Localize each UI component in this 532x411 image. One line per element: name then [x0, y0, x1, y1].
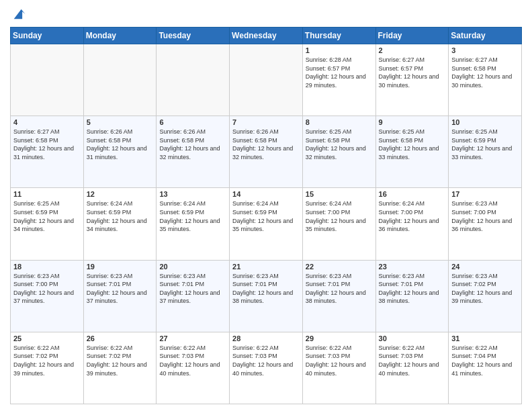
calendar-header-friday: Friday: [375, 28, 449, 44]
calendar-cell: 14Sunrise: 6:24 AM Sunset: 6:59 PM Dayli…: [230, 188, 303, 260]
day-info: Sunrise: 6:22 AM Sunset: 7:03 PM Dayligh…: [379, 344, 446, 377]
day-info: Sunrise: 6:23 AM Sunset: 7:00 PM Dayligh…: [451, 199, 519, 233]
day-info: Sunrise: 6:25 AM Sunset: 6:58 PM Dayligh…: [306, 128, 373, 161]
day-info: Sunrise: 6:27 AM Sunset: 6:57 PM Dayligh…: [379, 56, 446, 89]
day-number: 2: [379, 46, 446, 54]
calendar-cell: 7Sunrise: 6:26 AM Sunset: 6:58 PM Daylig…: [230, 116, 303, 188]
day-number: 1: [306, 46, 373, 54]
calendar-cell: 17Sunrise: 6:23 AM Sunset: 7:00 PM Dayli…: [449, 188, 522, 260]
calendar-cell: [157, 44, 230, 116]
day-info: Sunrise: 6:24 AM Sunset: 7:00 PM Dayligh…: [379, 199, 446, 233]
calendar-cell: 23Sunrise: 6:23 AM Sunset: 7:01 PM Dayli…: [375, 260, 449, 332]
day-number: 8: [306, 118, 373, 126]
day-info: Sunrise: 6:22 AM Sunset: 7:02 PM Dayligh…: [87, 344, 154, 377]
calendar-header-monday: Monday: [83, 28, 157, 44]
calendar-cell: 1Sunrise: 6:28 AM Sunset: 6:57 PM Daylig…: [302, 44, 375, 116]
day-info: Sunrise: 6:23 AM Sunset: 7:02 PM Dayligh…: [451, 272, 519, 306]
page: SundayMondayTuesdayWednesdayThursdayFrid…: [0, 0, 532, 411]
day-number: 21: [232, 263, 300, 271]
day-info: Sunrise: 6:22 AM Sunset: 7:03 PM Dayligh…: [306, 344, 373, 377]
day-info: Sunrise: 6:26 AM Sunset: 6:58 PM Dayligh…: [159, 128, 226, 161]
day-info: Sunrise: 6:25 AM Sunset: 6:59 PM Dayligh…: [13, 199, 81, 233]
calendar-cell: 26Sunrise: 6:22 AM Sunset: 7:02 PM Dayli…: [83, 332, 157, 404]
calendar-cell: [230, 44, 303, 116]
calendar-cell: 5Sunrise: 6:26 AM Sunset: 6:58 PM Daylig…: [83, 116, 157, 188]
day-number: 17: [451, 190, 519, 198]
calendar-header-thursday: Thursday: [302, 28, 375, 44]
day-number: 6: [159, 118, 226, 126]
calendar-cell: 2Sunrise: 6:27 AM Sunset: 6:57 PM Daylig…: [375, 44, 449, 116]
day-number: 4: [13, 118, 81, 126]
header: [10, 7, 522, 21]
day-info: Sunrise: 6:22 AM Sunset: 7:03 PM Dayligh…: [232, 344, 300, 377]
calendar-week-row: 1Sunrise: 6:28 AM Sunset: 6:57 PM Daylig…: [11, 44, 522, 116]
calendar-week-row: 18Sunrise: 6:23 AM Sunset: 7:00 PM Dayli…: [11, 260, 522, 332]
calendar-cell: 22Sunrise: 6:23 AM Sunset: 7:01 PM Dayli…: [302, 260, 375, 332]
svg-marker-0: [14, 9, 26, 19]
calendar-cell: 19Sunrise: 6:23 AM Sunset: 7:01 PM Dayli…: [83, 260, 157, 332]
day-number: 15: [306, 190, 373, 198]
day-number: 16: [379, 190, 446, 198]
calendar-week-row: 25Sunrise: 6:22 AM Sunset: 7:02 PM Dayli…: [11, 332, 522, 404]
calendar-cell: 18Sunrise: 6:23 AM Sunset: 7:00 PM Dayli…: [11, 260, 84, 332]
day-info: Sunrise: 6:24 AM Sunset: 6:59 PM Dayligh…: [87, 199, 154, 233]
calendar-cell: 21Sunrise: 6:23 AM Sunset: 7:01 PM Dayli…: [230, 260, 303, 332]
calendar-header-sunday: Sunday: [11, 28, 84, 44]
calendar-cell: 16Sunrise: 6:24 AM Sunset: 7:00 PM Dayli…: [375, 188, 449, 260]
day-info: Sunrise: 6:24 AM Sunset: 7:00 PM Dayligh…: [306, 199, 373, 233]
calendar-header-saturday: Saturday: [449, 28, 522, 44]
day-number: 10: [451, 118, 519, 126]
day-number: 25: [13, 334, 81, 342]
day-info: Sunrise: 6:23 AM Sunset: 7:01 PM Dayligh…: [306, 272, 373, 306]
logo-text: [10, 7, 26, 21]
calendar-cell: 12Sunrise: 6:24 AM Sunset: 6:59 PM Dayli…: [83, 188, 157, 260]
day-number: 24: [451, 263, 519, 271]
day-number: 26: [87, 334, 154, 342]
calendar-week-row: 4Sunrise: 6:27 AM Sunset: 6:58 PM Daylig…: [11, 116, 522, 188]
calendar-header-wednesday: Wednesday: [230, 28, 303, 44]
day-number: 3: [451, 46, 519, 54]
day-number: 12: [87, 190, 154, 198]
day-info: Sunrise: 6:22 AM Sunset: 7:02 PM Dayligh…: [13, 344, 81, 377]
day-info: Sunrise: 6:26 AM Sunset: 6:58 PM Dayligh…: [87, 128, 154, 161]
day-info: Sunrise: 6:23 AM Sunset: 7:01 PM Dayligh…: [379, 272, 446, 306]
calendar-header-tuesday: Tuesday: [157, 28, 230, 44]
calendar-header-row: SundayMondayTuesdayWednesdayThursdayFrid…: [11, 28, 522, 44]
day-info: Sunrise: 6:25 AM Sunset: 6:59 PM Dayligh…: [451, 128, 519, 161]
day-number: 7: [232, 118, 300, 126]
logo-icon: [11, 7, 26, 21]
day-info: Sunrise: 6:22 AM Sunset: 7:03 PM Dayligh…: [159, 344, 226, 377]
day-info: Sunrise: 6:23 AM Sunset: 7:01 PM Dayligh…: [159, 272, 226, 306]
day-info: Sunrise: 6:23 AM Sunset: 7:01 PM Dayligh…: [87, 272, 154, 306]
day-number: 27: [159, 334, 226, 342]
day-number: 22: [306, 263, 373, 271]
day-info: Sunrise: 6:23 AM Sunset: 7:00 PM Dayligh…: [13, 272, 81, 306]
day-info: Sunrise: 6:26 AM Sunset: 6:58 PM Dayligh…: [232, 128, 300, 161]
calendar: SundayMondayTuesdayWednesdayThursdayFrid…: [10, 27, 522, 404]
calendar-cell: 10Sunrise: 6:25 AM Sunset: 6:59 PM Dayli…: [449, 116, 522, 188]
calendar-cell: 25Sunrise: 6:22 AM Sunset: 7:02 PM Dayli…: [11, 332, 84, 404]
calendar-cell: 30Sunrise: 6:22 AM Sunset: 7:03 PM Dayli…: [375, 332, 449, 404]
calendar-cell: 4Sunrise: 6:27 AM Sunset: 6:58 PM Daylig…: [11, 116, 84, 188]
calendar-cell: 29Sunrise: 6:22 AM Sunset: 7:03 PM Dayli…: [302, 332, 375, 404]
day-info: Sunrise: 6:25 AM Sunset: 6:58 PM Dayligh…: [379, 128, 446, 161]
day-number: 19: [87, 263, 154, 271]
day-number: 29: [306, 334, 373, 342]
day-info: Sunrise: 6:27 AM Sunset: 6:58 PM Dayligh…: [13, 128, 81, 161]
logo: [10, 7, 26, 21]
day-number: 5: [87, 118, 154, 126]
calendar-week-row: 11Sunrise: 6:25 AM Sunset: 6:59 PM Dayli…: [11, 188, 522, 260]
day-number: 31: [451, 334, 519, 342]
day-number: 23: [379, 263, 446, 271]
calendar-cell: 3Sunrise: 6:27 AM Sunset: 6:58 PM Daylig…: [449, 44, 522, 116]
calendar-cell: 11Sunrise: 6:25 AM Sunset: 6:59 PM Dayli…: [11, 188, 84, 260]
calendar-cell: 27Sunrise: 6:22 AM Sunset: 7:03 PM Dayli…: [157, 332, 230, 404]
day-number: 9: [379, 118, 446, 126]
calendar-cell: 9Sunrise: 6:25 AM Sunset: 6:58 PM Daylig…: [375, 116, 449, 188]
calendar-cell: 8Sunrise: 6:25 AM Sunset: 6:58 PM Daylig…: [302, 116, 375, 188]
day-number: 11: [13, 190, 81, 198]
calendar-cell: [11, 44, 84, 116]
day-info: Sunrise: 6:23 AM Sunset: 7:01 PM Dayligh…: [232, 272, 300, 306]
day-number: 13: [159, 190, 226, 198]
calendar-cell: 15Sunrise: 6:24 AM Sunset: 7:00 PM Dayli…: [302, 188, 375, 260]
